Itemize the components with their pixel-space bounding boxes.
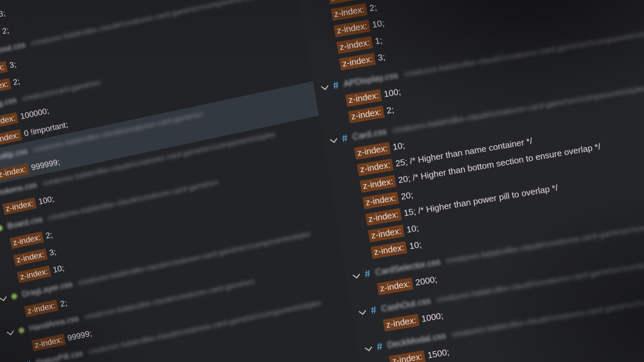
css-file-icon: # — [376, 340, 383, 352]
match-value: 10; — [52, 263, 65, 274]
match-highlight: z-index: — [383, 314, 420, 331]
chevron-down-icon[interactable] — [365, 344, 372, 351]
green-file-icon — [0, 225, 3, 232]
match-value: 2; — [59, 298, 68, 309]
match-value: 10; — [371, 18, 385, 30]
match-value: 3; — [0, 8, 6, 19]
match-highlight: z-index: — [348, 106, 385, 123]
match-value: 999999; — [30, 157, 60, 172]
match-value: 20; — [397, 173, 411, 185]
chevron-down-icon[interactable] — [6, 328, 14, 335]
green-file-icon — [18, 327, 25, 334]
match-value: 2; — [1, 25, 10, 36]
match-highlight: z-index: — [371, 241, 408, 259]
match-value: 20; — [400, 190, 414, 202]
chevron-down-icon[interactable] — [353, 271, 360, 279]
match-value: 100000; — [19, 106, 50, 121]
match-value: 1500; — [427, 347, 450, 360]
css-file-icon: # — [341, 132, 348, 144]
file-name: Card.css — [352, 126, 387, 142]
match-value: 10; — [392, 140, 406, 152]
chevron-down-icon[interactable] — [359, 307, 366, 315]
css-file-icon: # — [370, 304, 377, 316]
match-value: 1; — [374, 35, 383, 46]
match-value: 100; — [383, 86, 401, 99]
match-highlight: z-index: — [339, 53, 376, 70]
css-file-icon: # — [332, 79, 339, 91]
match-value: 2; — [45, 230, 53, 240]
match-value: 15; — [403, 206, 417, 218]
match-highlight: z-index: — [377, 278, 414, 295]
chevron-down-icon[interactable] — [330, 135, 337, 143]
css-file-icon: # — [25, 359, 32, 362]
match-value: 2; — [12, 77, 20, 87]
match-value: 100; — [38, 194, 55, 206]
match-value: 3; — [9, 60, 17, 70]
green-file-icon — [11, 293, 17, 300]
file-name: Board.css — [6, 214, 43, 231]
match-value: 25; — [395, 157, 409, 169]
chevron-down-icon[interactable] — [321, 83, 328, 90]
match-value: 2; — [369, 2, 377, 13]
match-value: 3; — [377, 52, 386, 63]
match-value: 2; — [386, 105, 394, 116]
match-value: 3; — [49, 247, 57, 257]
match-value: 2000; — [415, 274, 438, 288]
chevron-down-icon[interactable] — [0, 294, 7, 301]
css-file-icon: # — [364, 267, 371, 279]
match-value: 10; — [409, 239, 422, 251]
match-value: 99999; — [67, 328, 93, 343]
match-value: 10; — [406, 223, 420, 235]
match-value: 1000; — [421, 310, 444, 324]
